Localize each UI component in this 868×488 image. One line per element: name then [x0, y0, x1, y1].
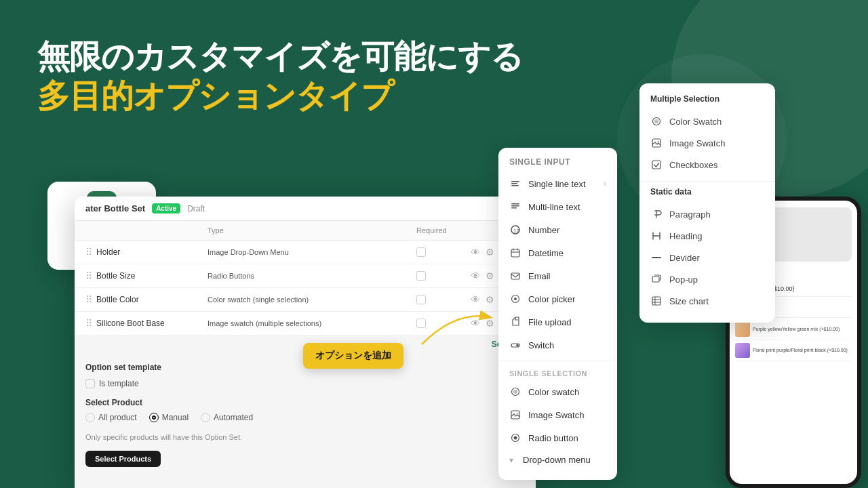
item-label-image-swatch: Image Swatch	[528, 410, 584, 420]
row-name-4: Silicone Boot Base	[96, 319, 165, 328]
svg-point-20	[516, 344, 519, 347]
radio-label-manual: Manual	[162, 413, 189, 422]
row-checkbox-4[interactable]	[416, 319, 426, 328]
collapse-icon: ▾	[509, 455, 513, 465]
dropdown-item-datetime[interactable]: Datetime	[498, 241, 617, 264]
single-input-dropdown: Single Input Single line text › Multi-li…	[498, 148, 617, 480]
radio-automated[interactable]: Automated	[201, 413, 253, 422]
specific-note: Only specific products will have this Op…	[75, 429, 536, 445]
is-template-label: Is template	[99, 379, 139, 388]
view-icon-3[interactable]: 👁	[471, 294, 480, 305]
col-name	[85, 226, 208, 235]
multi-item-checkboxes[interactable]: Checkboxes	[639, 154, 775, 176]
edit-icon-2[interactable]: ⚙	[486, 270, 494, 281]
item-label-multiline: Multi-line text	[528, 202, 580, 212]
multi-item-popup[interactable]: Pop-up	[639, 268, 775, 290]
row-type-2: Radio Buttons	[208, 272, 416, 280]
add-option-tooltip: オプションを追加	[303, 343, 403, 369]
svg-point-28	[654, 119, 658, 123]
multi-label-popup: Pop-up	[669, 274, 698, 285]
row-label-4: ⠿ Silicone Boot Base	[85, 318, 208, 329]
row-checkbox-1[interactable]	[416, 247, 426, 257]
svg-rect-6	[511, 185, 519, 186]
dropdown-item-number[interactable]: 12 Number	[498, 218, 617, 241]
multi-item-heading[interactable]: Heading	[639, 225, 775, 247]
view-icon-2[interactable]: 👁	[471, 270, 480, 281]
item-label-file-upload: File upload	[528, 317, 572, 327]
dropdown-item-switch[interactable]: Switch	[498, 333, 617, 357]
dropdown-item-color-picker[interactable]: Color picker	[498, 287, 617, 310]
status-active-badge: Active	[152, 203, 180, 214]
item-label: Single line text	[528, 179, 586, 189]
checkbox-icon	[650, 159, 663, 171]
view-icon[interactable]: 👁	[471, 247, 480, 258]
main-panel: ater Bottle Set Active Draft Type Requir…	[75, 197, 536, 488]
multiple-selection-title: Multiple Selection	[639, 94, 775, 110]
devider-icon	[650, 251, 663, 264]
multi-label-image-swatch: Image Swatch	[669, 138, 725, 148]
radio-dot-all	[85, 413, 95, 422]
multi-item-size-chart[interactable]: Size chart	[639, 290, 775, 312]
dropdown-item-image-swatch[interactable]: Image Swatch	[498, 403, 617, 426]
svg-rect-34	[652, 297, 660, 305]
template-check: Is template	[75, 376, 536, 391]
row-checkbox-2[interactable]	[416, 271, 426, 281]
row-name-1: Holder	[96, 247, 120, 257]
drag-icon: ⠿	[85, 247, 92, 258]
dropdown-item-color-swatch[interactable]: Color swatch	[498, 380, 617, 403]
edit-icon-3[interactable]: ⚙	[486, 294, 494, 305]
phone-thumb-1	[735, 322, 750, 337]
svg-rect-33	[652, 277, 659, 282]
radio-manual[interactable]: Manual	[149, 413, 189, 422]
paragraph-icon	[650, 208, 663, 220]
view-icon-4[interactable]: 👁	[471, 318, 480, 329]
item-label-email: Email	[528, 271, 551, 281]
dropdown-item-dropdown-menu[interactable]: ▾ Drop-down menu	[498, 449, 617, 470]
item-label-color-picker: Color picker	[528, 294, 575, 304]
popup-icon	[650, 273, 663, 285]
edit-icon-4[interactable]: ⚙	[486, 318, 494, 329]
table-header: Type Required	[75, 221, 536, 241]
multi-item-paragraph[interactable]: Paragraph	[639, 203, 775, 225]
select-products-row: Select Products	[75, 445, 536, 472]
dropdown-item-radio-button[interactable]: Radio button	[498, 426, 617, 449]
multi-color-swatch-icon	[650, 115, 663, 127]
select-products-button[interactable]: Select Products	[85, 451, 161, 467]
radio-label-all: All product	[98, 413, 137, 422]
multi-item-color-swatch[interactable]: Color Swatch	[639, 110, 775, 132]
svg-rect-8	[511, 205, 519, 207]
drag-icon-4: ⠿	[85, 318, 92, 329]
multi-label-checkboxes: Checkboxes	[669, 160, 718, 170]
multi-item-image-swatch[interactable]: Image Swatch	[639, 132, 775, 154]
multi-label-devider: Devider	[669, 253, 700, 263]
item-label-dropdown-menu: Drop-down menu	[523, 455, 591, 465]
item-label-color-swatch: Color swatch	[528, 387, 579, 397]
edit-icon[interactable]: ⚙	[486, 247, 494, 258]
svg-rect-4	[511, 181, 519, 182]
item-label-switch: Switch	[528, 340, 554, 350]
row-checkbox-3[interactable]	[416, 295, 426, 304]
row-type-1: Image Drop-Down Menu	[208, 248, 416, 256]
dropdown-item-email[interactable]: Email	[498, 264, 617, 287]
size-chart-icon	[650, 295, 663, 307]
radio-label-automated: Automated	[214, 413, 253, 422]
col-required: Required	[416, 226, 471, 235]
svg-rect-16	[511, 273, 519, 279]
radio-dot-automated	[201, 413, 210, 422]
single-selection-title: Single Selection	[498, 365, 617, 380]
radio-all-product[interactable]: All product	[85, 413, 137, 422]
svg-rect-9	[511, 207, 517, 209]
file-icon	[509, 316, 521, 328]
dropdown-item-multi-line-text[interactable]: Multi-line text	[498, 195, 617, 218]
multi-item-devider[interactable]: Devider	[639, 247, 775, 268]
multi-label-heading: Heading	[669, 231, 702, 241]
phone-product-text-2: Floral print purple/Floral print black (…	[753, 347, 848, 353]
is-template-checkbox[interactable]	[85, 379, 95, 388]
drag-icon-3: ⠿	[85, 294, 92, 305]
select-product-section: Select Product All product Manual Automa…	[75, 391, 536, 429]
dropdown-item-single-line-text[interactable]: Single line text ›	[498, 172, 617, 195]
dropdown-divider	[498, 361, 617, 361]
static-data-title: Static data	[639, 187, 775, 203]
dropdown-item-file-upload[interactable]: File upload	[498, 310, 617, 333]
switch-icon	[509, 339, 521, 351]
